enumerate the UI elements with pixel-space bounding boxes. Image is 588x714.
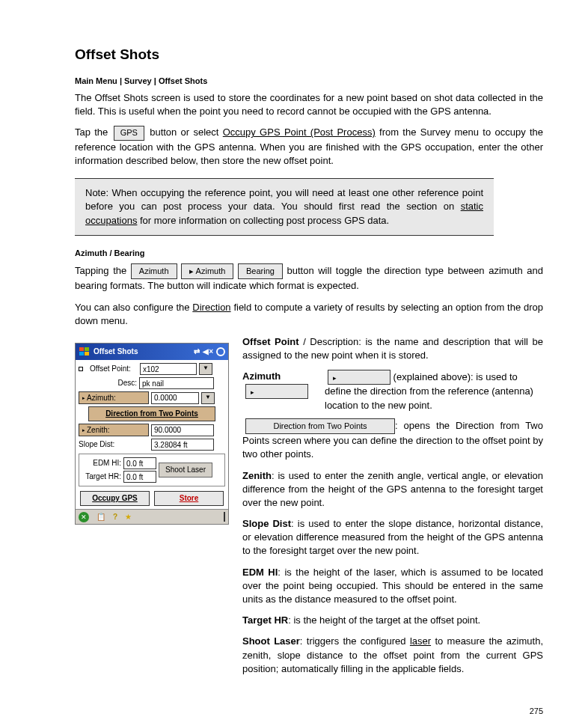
help-icon[interactable]: ? — [113, 512, 117, 522]
svg-rect-3 — [85, 352, 89, 356]
close-icon[interactable]: ✕ — [79, 512, 89, 522]
store-button[interactable]: Store — [154, 491, 224, 506]
gps-paragraph: Tap the GPS button or select Occupy GPS … — [75, 126, 543, 168]
direction-link[interactable]: Direction — [192, 302, 230, 313]
desc-label: Desc: — [79, 378, 137, 388]
overview-label: Main Menu | Survey | Offset Shots — [75, 76, 543, 87]
azimuth-section-label: Azimuth / Bearing — [75, 248, 543, 259]
pda-title-text: Offset Shots — [94, 347, 194, 357]
direction-two-points-button[interactable]: Direction from Two Points — [88, 406, 215, 421]
azimuth-dropdown[interactable]: ▼ — [201, 392, 215, 404]
target-hr-label: Target HR: — [81, 472, 121, 482]
svg-rect-0 — [79, 347, 84, 351]
connectivity-icon: ⇄ — [194, 347, 200, 357]
slope-dist-input[interactable] — [151, 439, 214, 451]
azimuth-tri-button-ex2: ▸ — [328, 370, 391, 385]
offset-point-input[interactable] — [140, 363, 197, 375]
azimuth-paragraph-1: Tapping the Azimuth ▸ Azimuth Bearing bu… — [75, 263, 543, 293]
occupy-gps-button[interactable]: Occupy GPS — [80, 491, 150, 506]
star-icon[interactable]: ★ — [125, 512, 132, 522]
edm-hi-input[interactable] — [123, 457, 156, 469]
azimuth-paragraph-2: You can also configure the Direction fie… — [75, 301, 543, 328]
pda-titlebar: Offset Shots ⇄ ◀× — [76, 344, 228, 360]
pda-taskbar: ✕ 📋 ? ★ — [76, 509, 228, 524]
windows-logo-icon — [79, 346, 91, 358]
dir-two-points-desc: Direction from Two Points: opens the Dir… — [242, 418, 543, 462]
azimuth-button-ex2: ▸ Azimuth — [181, 263, 233, 279]
bearing-button-ex: Bearing — [238, 263, 283, 279]
target-hr-desc: Target HR: is the height of the target a… — [242, 614, 543, 627]
page-title: Offset Shots — [75, 45, 543, 65]
svg-rect-1 — [85, 347, 89, 351]
pda-screenshot: Offset Shots ⇄ ◀× Offset Point: ▼ Desc: — [75, 343, 229, 525]
offset-point-desc: Offset Point / Description: is the name … — [242, 335, 543, 362]
azimuth-desc: Azimuth▸ ▸ (explained above): is used to… — [242, 370, 543, 412]
gps-button-inline: GPS — [114, 126, 144, 140]
shoot-laser-button[interactable]: Shoot Laser — [159, 463, 212, 477]
desc-input[interactable] — [139, 377, 214, 389]
page-number: 275 — [530, 706, 543, 714]
bullet-icon — [79, 367, 83, 371]
azimuth-input[interactable] — [151, 392, 199, 404]
laser-link[interactable]: laser — [410, 635, 431, 647]
target-hr-input[interactable] — [123, 471, 156, 483]
overview-paragraph: The Offset Shots screen is used to store… — [75, 91, 543, 118]
zenith-input[interactable] — [151, 424, 214, 436]
edm-hi-label: EDM HI: — [81, 458, 121, 469]
azimuth-tri-button-ex: ▸ — [245, 384, 308, 399]
clock-icon — [216, 347, 225, 356]
azimuth-toggle-button[interactable]: ▸Azimuth: — [79, 391, 149, 404]
keyboard-icon[interactable] — [224, 512, 225, 522]
edm-hi-desc: EDM HI: is the height of the laser, whic… — [242, 566, 543, 607]
offset-point-dropdown[interactable]: ▼ — [199, 363, 212, 375]
slope-dist-label: Slope Dist: — [79, 439, 149, 450]
slope-dist-desc: Slope Dist: is used to enter the slope d… — [242, 517, 543, 558]
zenith-desc: Zenith: is used to enter the zenith angl… — [242, 469, 543, 510]
azimuth-button-ex1: Azimuth — [131, 263, 177, 279]
shoot-laser-desc: Shoot Laser: triggers the configured las… — [242, 635, 543, 676]
clipboard-icon[interactable]: 📋 — [97, 512, 105, 522]
zenith-toggle-button[interactable]: ▸Zenith: — [79, 424, 149, 436]
offset-point-label: Offset Point: — [90, 364, 138, 374]
note-block: Note: When occupying the reference point… — [75, 178, 494, 236]
speaker-icon: ◀× — [203, 347, 213, 357]
occupy-gps-link[interactable]: Occupy GPS Point (Post Process) — [223, 126, 376, 138]
dir-two-points-button-ex: Direction from Two Points — [245, 418, 395, 434]
svg-rect-2 — [79, 352, 84, 356]
